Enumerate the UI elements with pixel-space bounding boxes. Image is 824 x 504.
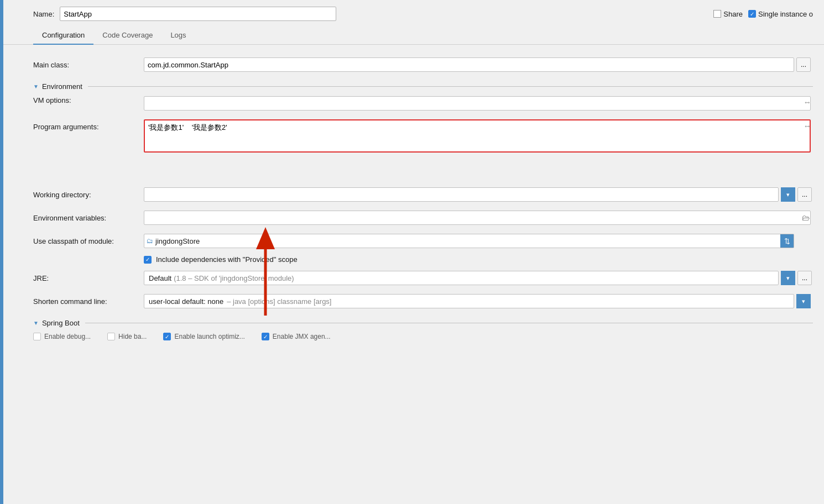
- shorten-cmd-label: Shorten command line:: [33, 297, 144, 306]
- main-class-row: Main class: ...: [33, 56, 813, 74]
- checkmark-icon: ✓: [750, 11, 754, 17]
- classpath-module-input-wrapper: 🗂 jingdongStore ⇅: [144, 234, 794, 248]
- program-args-field: '我是参数1' '我是参数2' ⤢: [144, 119, 813, 153]
- include-deps-checkbox[interactable]: ✓: [144, 256, 152, 264]
- env-vars-label: Environment variables:: [33, 214, 144, 222]
- main-class-input[interactable]: [144, 57, 794, 72]
- jre-label: JRE:: [33, 274, 144, 282]
- environment-section-header: ▼ Environment: [33, 82, 813, 91]
- jre-dropdown-button[interactable]: ▾: [781, 271, 795, 285]
- working-dir-dropdown-button[interactable]: ▾: [781, 187, 795, 202]
- spring-boot-triangle-icon[interactable]: ▼: [33, 320, 39, 326]
- classpath-module-field: 🗂 jingdongStore ⇅: [144, 234, 813, 248]
- header-row: Name: Share ✓ Single instance o: [0, 0, 824, 27]
- vm-options-input[interactable]: [144, 96, 811, 111]
- content-area: Main class: ... ▼ Environment VM options…: [0, 45, 824, 357]
- sb-checkbox-3[interactable]: ✓: [262, 333, 269, 340]
- shorten-cmd-field: user-local default: none – java [options…: [144, 294, 813, 308]
- classpath-module-row: Use classpath of module: 🗂 jingdongStore…: [33, 232, 813, 250]
- sb-check-icon-3: ✓: [263, 334, 268, 340]
- env-vars-row: Environment variables: 🗁: [33, 209, 813, 227]
- single-instance-wrapper: ✓ Single instance o: [748, 10, 813, 18]
- working-dir-ellipsis-button[interactable]: ...: [797, 187, 812, 202]
- classpath-module-dropdown-button[interactable]: ⇅: [780, 234, 794, 248]
- tab-configuration[interactable]: Configuration: [33, 27, 93, 45]
- name-label: Name:: [33, 10, 54, 18]
- sb-item-2: ✓ Enable launch optimiz...: [163, 333, 244, 340]
- vm-options-row: VM options: ⤢: [33, 96, 813, 114]
- jre-hint: (1.8 – SDK of 'jingdongStore' module): [174, 274, 294, 282]
- main-class-label: Main class:: [33, 61, 144, 69]
- environment-divider: [88, 86, 813, 87]
- sb-label-3: Enable JMX agen...: [273, 333, 331, 340]
- jre-row: JRE: Default (1.8 – SDK of 'jingdongStor…: [33, 269, 813, 287]
- program-args-input[interactable]: '我是参数1' '我是参数2': [144, 119, 811, 153]
- jre-chevron-icon: ▾: [786, 275, 790, 282]
- module-dropdown-chevron-icon: ⇅: [784, 237, 790, 245]
- sb-item-1: Hide ba...: [107, 333, 147, 340]
- sb-label-2: Enable launch optimiz...: [174, 333, 244, 340]
- program-args-label: Program arguments:: [33, 119, 144, 131]
- sb-label-1: Hide ba...: [118, 333, 147, 340]
- environment-triangle-icon[interactable]: ▼: [33, 83, 39, 90]
- tabs-row: Configuration Code Coverage Logs: [0, 27, 824, 45]
- env-vars-field: 🗁: [144, 211, 813, 225]
- tab-code-coverage[interactable]: Code Coverage: [93, 27, 161, 45]
- share-wrapper: Share: [713, 10, 743, 18]
- sb-checkbox-1[interactable]: [107, 333, 115, 340]
- sb-item-3: ✓ Enable JMX agen...: [262, 333, 331, 340]
- jre-input-wrapper: Default (1.8 – SDK of 'jingdongStore' mo…: [144, 271, 779, 285]
- working-dir-field: ▾ ...: [144, 187, 813, 202]
- sb-label-0: Enable debug...: [44, 333, 91, 340]
- sb-check-icon-2: ✓: [165, 334, 169, 340]
- shorten-cmd-input-wrapper: user-local default: none – java [options…: [144, 294, 794, 308]
- working-dir-row: Working directory: ▾ ...: [33, 186, 813, 203]
- jre-field: Default (1.8 – SDK of 'jingdongStore' mo…: [144, 271, 813, 285]
- classpath-module-value: jingdongStore: [155, 237, 791, 245]
- main-class-ellipsis-button[interactable]: ...: [796, 57, 811, 72]
- spring-boot-title: Spring Boot: [42, 319, 80, 327]
- jre-ellipsis-button[interactable]: ...: [797, 271, 812, 285]
- working-dir-input[interactable]: [144, 187, 779, 202]
- shorten-cmd-hint: – java [options] classname [args]: [227, 297, 331, 306]
- name-input[interactable]: [60, 7, 336, 21]
- include-deps-label: Include dependencies with "Provided" sco…: [156, 255, 298, 264]
- header-right: Share ✓ Single instance o: [713, 10, 813, 18]
- shorten-chevron-icon: ▾: [802, 298, 805, 305]
- working-dir-label: Working directory:: [33, 191, 144, 199]
- shorten-cmd-row: Shorten command line: user-local default…: [33, 292, 813, 310]
- include-deps-row: ✓ Include dependencies with "Provided" s…: [144, 255, 813, 264]
- include-deps-checkmark-icon: ✓: [145, 256, 150, 262]
- sb-checkbox-0[interactable]: [33, 333, 41, 340]
- env-vars-input[interactable]: [144, 211, 811, 225]
- module-folder-icon: 🗂: [147, 237, 153, 245]
- share-label: Share: [723, 10, 743, 18]
- classpath-module-label: Use classpath of module:: [33, 237, 144, 245]
- vm-options-field: ⤢: [144, 96, 813, 111]
- environment-title: Environment: [42, 82, 82, 91]
- env-vars-folder-icon[interactable]: 🗁: [802, 213, 810, 222]
- program-args-row: Program arguments: '我是参数1' '我是参数2' ⤢: [33, 119, 813, 153]
- spring-boot-section-header: ▼ Spring Boot: [33, 319, 813, 327]
- tab-logs[interactable]: Logs: [161, 27, 195, 45]
- shorten-cmd-value: user-local default: none: [149, 297, 223, 306]
- spring-boot-items-row: Enable debug... Hide ba... ✓ Enable laun…: [33, 333, 813, 346]
- shorten-cmd-dropdown-button[interactable]: ▾: [796, 294, 811, 308]
- single-instance-label: Single instance o: [758, 10, 813, 18]
- share-checkbox[interactable]: [713, 10, 721, 18]
- single-instance-checkbox[interactable]: ✓: [748, 10, 756, 18]
- vm-options-label: VM options:: [33, 96, 144, 104]
- jre-value: Default: [149, 274, 171, 282]
- dropdown-chevron-icon: ▾: [786, 191, 790, 198]
- main-class-field: ...: [144, 57, 813, 72]
- sb-checkbox-2[interactable]: ✓: [163, 333, 171, 340]
- sb-item-0: Enable debug...: [33, 333, 91, 340]
- spring-boot-divider: [85, 323, 813, 323]
